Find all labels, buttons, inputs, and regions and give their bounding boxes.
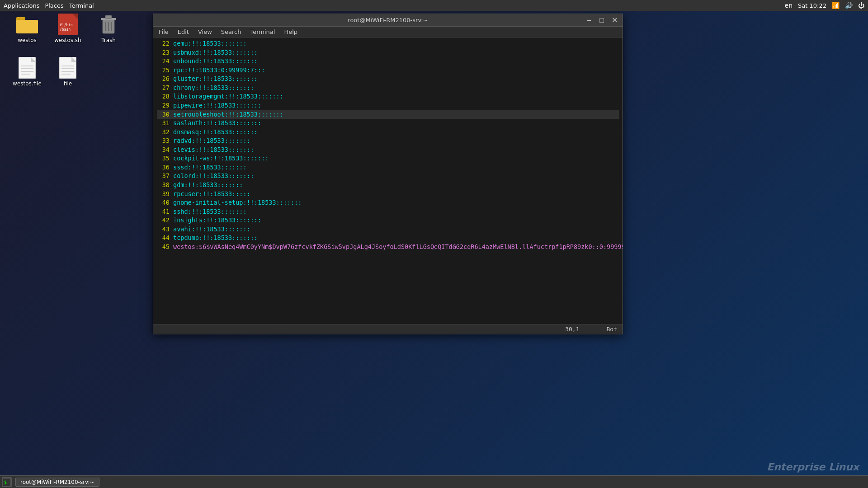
taskbar: $ root@MiWiFi-RM2100-srv:~ (0, 475, 868, 488)
line-number-26: 26 (157, 75, 170, 84)
topbar: Applications Places Terminal en Sat 10:2… (0, 0, 868, 11)
terminal-line-28: 28libstoragemgmt:!!:18533::::::: (157, 92, 619, 101)
terminal-statusbar: 30,1 Bot (153, 324, 623, 334)
line-content-45: westos:$6$vWAsNeq4WmC0yYNm$DvpW76zfcvkfZ… (173, 243, 623, 252)
watermark: Enterprise Linux (767, 461, 859, 473)
taskbar-app-icon: $ (2, 477, 12, 487)
terminal-controls: – □ ✕ (583, 15, 621, 25)
menu-terminal[interactable]: Terminal (246, 28, 278, 36)
terminal-line-39: 39rpcuser:!!:18533::::: (157, 190, 619, 199)
trash-label: Trash (101, 37, 116, 43)
folder-icon (16, 14, 38, 35)
terminal-line-27: 27chrony:!!:18533::::::: (157, 84, 619, 93)
line-content-27: chrony:!!:18533::::::: (173, 84, 254, 93)
terminal-line-43: 43avahi:!!:18533::::::: (157, 225, 619, 234)
line-content-41: sshd:!!:18533::::::: (173, 207, 247, 216)
power-icon[interactable]: ⏻ (858, 2, 864, 9)
line-content-32: dnsmasq:!!:18533::::::: (173, 128, 258, 137)
line-number-31: 31 (157, 119, 170, 128)
line-content-43: avahi:!!:18533::::::: (173, 225, 250, 234)
desktop-icon-trash[interactable]: Trash (90, 14, 127, 43)
line-content-25: rpc:!!:18533:0:99999:7::: (173, 66, 265, 75)
line-content-28: libstoragemgmt:!!:18533::::::: (173, 92, 283, 101)
topbar-terminal[interactable]: Terminal (69, 2, 94, 9)
taskbar-terminal-item[interactable]: root@MiWiFi-RM2100-srv:~ (15, 478, 99, 487)
westos-sh-label: westos.sh (54, 37, 81, 43)
line-number-27: 27 (157, 84, 170, 93)
terminal-line-29: 29pipewire:!!:18533::::::: (157, 101, 619, 110)
trash-icon-img (98, 14, 119, 35)
terminal-line-26: 26gluster:!!:18533::::::: (157, 75, 619, 84)
line-content-38: gdm:!!:18533::::::: (173, 181, 243, 190)
desktop-icon-westos-file[interactable]: westos.file (9, 57, 45, 87)
terminal-maximize-button[interactable]: □ (595, 15, 608, 25)
line-content-39: rpcuser:!!:18533::::: (173, 190, 250, 199)
desktop-icons: westos #!/bin /bash westos.sh (9, 14, 127, 87)
menu-view[interactable]: View (194, 28, 216, 36)
lang-indicator: en (785, 2, 793, 9)
network-icon[interactable]: 📶 (832, 2, 840, 9)
line-number-40: 40 (157, 198, 170, 207)
line-number-43: 43 (157, 225, 170, 234)
terminal-menubar: File Edit View Search Terminal Help (153, 27, 623, 38)
script-icon-img: #!/bin /bash (57, 14, 79, 35)
line-content-44: tcpdump:!!:18533::::::: (173, 234, 258, 243)
terminal-line-38: 38gdm:!!:18533::::::: (157, 181, 619, 190)
scroll-position: Bot (607, 326, 617, 333)
line-number-34: 34 (157, 145, 170, 155)
svg-text:#!/bin: #!/bin (60, 23, 73, 27)
svg-text:/bash: /bash (60, 28, 71, 32)
desktop-icon-row-1: westos #!/bin /bash westos.sh (9, 14, 127, 43)
file-icon (59, 57, 76, 79)
svg-text:$: $ (4, 480, 7, 485)
desktop-icon-westos-sh[interactable]: #!/bin /bash westos.sh (50, 14, 86, 43)
topbar-places[interactable]: Places (45, 2, 63, 9)
desktop-icon-westos[interactable]: westos (9, 14, 45, 43)
line-content-33: radvd:!!:18533::::::: (173, 136, 250, 145)
line-content-42: insights:!!:18533::::::: (173, 216, 261, 225)
line-number-42: 42 (157, 216, 170, 225)
volume-icon[interactable]: 🔊 (845, 2, 853, 9)
text-file-icon (19, 57, 36, 79)
line-number-41: 41 (157, 207, 170, 216)
line-number-35: 35 (157, 154, 170, 163)
trash-icon (99, 14, 118, 35)
terminal-line-36: 36sssd:!!:18533::::::: (157, 163, 619, 172)
line-content-36: sssd:!!:18533::::::: (173, 163, 247, 172)
script-icon: #!/bin /bash (58, 14, 78, 35)
line-number-45: 45 (157, 243, 170, 252)
line-content-35: cockpit-ws:!!:18533::::::: (173, 154, 269, 163)
line-content-26: gluster:!!:18533::::::: (173, 75, 258, 84)
line-number-22: 22 (157, 39, 170, 48)
terminal-taskbar-icon: $ (3, 479, 10, 486)
terminal-window: root@MiWiFi-RM2100-srv:~ – □ ✕ File Edit… (153, 14, 623, 334)
topbar-applications[interactable]: Applications (4, 2, 39, 9)
terminal-line-32: 32dnsmasq:!!:18533::::::: (157, 128, 619, 137)
menu-search[interactable]: Search (217, 28, 245, 36)
terminal-close-button[interactable]: ✕ (608, 15, 621, 25)
line-number-32: 32 (157, 128, 170, 137)
desktop-icon-file[interactable]: file (50, 57, 86, 87)
line-number-23: 23 (157, 48, 170, 57)
cursor-position: 30,1 (565, 326, 579, 333)
line-number-38: 38 (157, 181, 170, 190)
terminal-line-34: 34clevis:!!:18533::::::: (157, 145, 619, 155)
line-content-22: qemu:!!:18533::::::: (173, 39, 247, 48)
line-number-28: 28 (157, 92, 170, 101)
westos-file-icon-img (16, 57, 38, 79)
line-content-40: gnome-initial-setup:!!:18533::::::: (173, 198, 302, 207)
terminal-line-41: 41sshd:!!:18533::::::: (157, 207, 619, 216)
line-number-29: 29 (157, 101, 170, 110)
topbar-right: en Sat 10:22 📶 🔊 ⏻ (785, 2, 864, 9)
menu-help[interactable]: Help (280, 28, 301, 36)
terminal-line-37: 37colord:!!:18533::::::: (157, 172, 619, 181)
terminal-content[interactable]: 22qemu:!!:18533:::::::23usbmuxd:!!:18533… (153, 38, 623, 324)
line-number-36: 36 (157, 163, 170, 172)
line-content-37: colord:!!:18533::::::: (173, 172, 254, 181)
menu-file[interactable]: File (155, 28, 172, 36)
terminal-minimize-button[interactable]: – (583, 15, 595, 25)
line-content-23: usbmuxd:!!:18533::::::: (173, 48, 258, 57)
file-label: file (64, 80, 72, 87)
menu-edit[interactable]: Edit (174, 28, 193, 36)
line-number-24: 24 (157, 57, 170, 66)
